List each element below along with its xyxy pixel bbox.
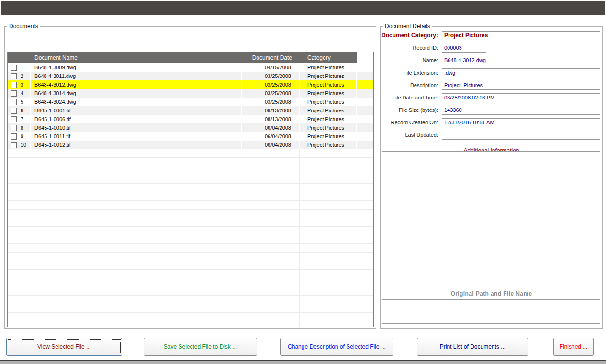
empty-cell [242,166,300,175]
row-checkbox[interactable] [11,99,17,105]
row-spacer-cell [357,115,373,123]
table-row[interactable]: 3B648-4-3012.dwg03/25/2008Project Pictur… [8,80,373,89]
empty-cell [8,166,31,175]
empty-cell [300,175,357,183]
empty-cell [31,227,242,235]
empty-row [8,158,373,166]
empty-cell [357,261,373,269]
empty-cell [31,304,242,312]
record-created-field[interactable]: 12/31/2016 10:51 AM [442,118,600,127]
documents-table[interactable]: Document Name Document Date Category 1B6… [7,52,374,327]
original-path-textarea[interactable] [382,299,600,324]
view-selected-file-button[interactable]: View Selected File ... [6,338,122,356]
row-spacer-cell [357,106,373,115]
row-number: 6 [21,108,23,113]
description-field-row: Description:Project_Pictures [381,81,602,93]
category-cell: Project Pictures [300,123,357,132]
finished-button[interactable]: Finished ... [553,338,594,356]
documents-group-label: Documents [7,23,40,30]
file-size-field[interactable]: 143360 [442,106,600,115]
row-checkbox[interactable] [11,133,17,140]
empty-cell [242,227,300,235]
empty-cell [8,184,31,192]
row-number: 4 [21,90,23,96]
empty-cell [31,253,242,261]
empty-cell [357,270,373,278]
empty-cell [357,184,373,192]
row-checkbox[interactable] [11,116,17,122]
checkbox-column-header [8,52,31,63]
print-list-button[interactable]: Print List of Documents ... [417,338,528,356]
empty-cell [31,201,242,209]
row-checkbox[interactable] [11,108,17,114]
description-field[interactable]: Project_Pictures [442,81,600,90]
category-cell: Project Pictures [300,141,357,149]
table-row[interactable]: 10D645-1-0012.tif06/04/2008Project Pictu… [8,141,373,149]
empty-cell [8,158,31,166]
empty-cell [357,313,373,321]
empty-cell [8,270,31,278]
file-date-time-field[interactable]: 03/25/2008 02:06 PM [442,93,600,102]
empty-cell [31,244,242,252]
last-updated-field[interactable] [442,131,600,140]
table-row[interactable]: 8D645-1-0010.tif06/04/2008Project Pictur… [8,123,373,132]
empty-cell [8,235,31,243]
table-row[interactable]: 9D645-1-0011.tif06/04/2008Project Pictur… [8,132,373,141]
row-checkbox[interactable] [11,125,17,131]
row-checkbox[interactable] [11,65,17,71]
empty-cell [300,201,357,209]
empty-cell [8,278,31,287]
empty-cell [31,218,242,226]
empty-cell [357,149,373,157]
row-checkbox-cell: 1 [8,63,31,72]
empty-cell [8,149,31,157]
file-extension-field[interactable]: .dwg [442,68,600,77]
document-category-field[interactable]: Project Pictures [442,31,600,40]
row-checkbox-cell: 6 [8,106,31,115]
row-checkbox[interactable] [11,90,17,97]
empty-row [8,321,373,327]
document-name-cell: D645-1-0011.tif [31,132,242,141]
document-name-cell: D645-1-0006.tif [31,115,242,123]
empty-row [8,296,373,304]
app-window: Documents Document Name Document Date Ca… [0,0,606,364]
change-description-button[interactable]: Change Description of Selected File ... [280,338,393,356]
table-row[interactable]: 5B648-4-3024.dwg03/25/2008Project Pictur… [8,98,373,106]
empty-cell [300,218,357,226]
row-spacer-cell [357,132,373,141]
document-date-cell: 03/25/2008 [242,80,300,89]
category-cell: Project Pictures [300,98,357,106]
row-checkbox[interactable] [11,142,17,148]
column-header-document-name[interactable]: Document Name [31,52,242,63]
record-created-field-label: Record Created On: [381,118,441,131]
row-checkbox-cell: 3 [8,80,31,89]
document-category-field-label: Document Category: [381,31,441,44]
documents-groupbox: Documents Document Name Document Date Ca… [4,26,376,329]
table-row[interactable]: 2B648-4-3011.dwg03/25/2008Project Pictur… [8,72,373,80]
table-row[interactable]: 6D645-1-0001.tif08/13/2008Project Pictur… [8,106,373,115]
category-cell: Project Pictures [300,115,357,123]
additional-information-textarea[interactable] [382,151,600,287]
empty-cell [31,166,242,175]
save-selected-file-button[interactable]: Save Selected File to Disk ... [144,338,257,356]
empty-cell [242,149,300,157]
row-checkbox[interactable] [11,73,17,79]
details-groupbox: Document Details Document Category:Proje… [380,26,603,329]
column-header-category[interactable]: Category [300,52,357,63]
table-row[interactable]: 1B648-4-3009.dwg04/15/2008Project Pictur… [8,63,373,72]
empty-cell [357,253,373,261]
document-date-cell: 03/25/2008 [242,72,300,80]
column-header-document-date[interactable]: Document Date [242,52,300,63]
row-spacer-cell [357,72,373,80]
document-name-cell: B648-4-3009.dwg [31,63,242,72]
empty-cell [8,192,31,200]
table-row[interactable]: 4B648-4-3014.dwg03/25/2008Project Pictur… [8,89,373,98]
category-cell: Project Pictures [300,80,357,89]
table-body: 1B648-4-3009.dwg04/15/2008Project Pictur… [8,63,373,327]
row-number: 1 [21,65,23,70]
name-field[interactable]: B648-4-3012.dwg [442,56,600,65]
record-id-field[interactable]: 000003 [442,44,486,53]
table-row[interactable]: 7D645-1-0006.tif08/13/2008Project Pictur… [8,115,373,123]
row-checkbox[interactable] [11,82,17,88]
empty-row [8,313,373,321]
